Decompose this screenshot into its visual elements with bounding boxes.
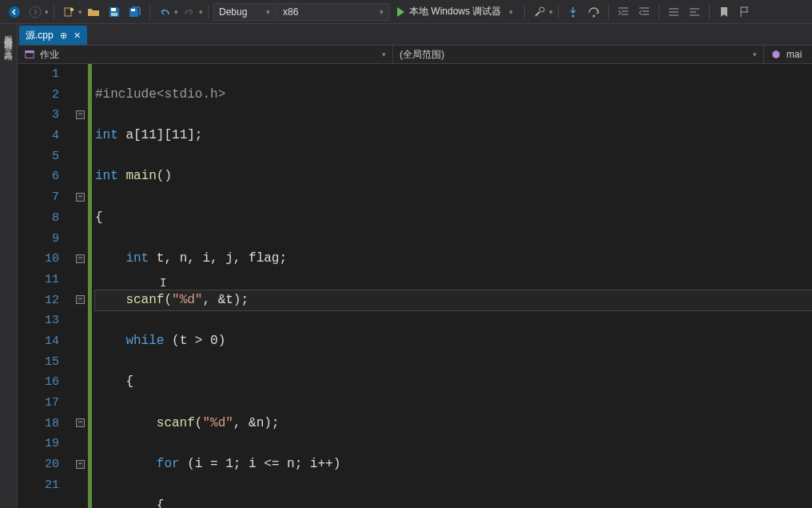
line-number: 10 xyxy=(18,249,59,270)
flag-button[interactable] xyxy=(735,3,754,21)
nav-forward-button[interactable] xyxy=(26,3,45,21)
bookmark-button[interactable] xyxy=(714,3,734,21)
line-number: 2 xyxy=(18,85,59,106)
wrench-gear-icon xyxy=(533,6,546,18)
fold-toggle[interactable]: − xyxy=(76,110,85,119)
step-over-button[interactable] xyxy=(584,3,603,21)
line-number: 12 xyxy=(18,290,59,311)
separator xyxy=(608,5,609,19)
play-icon xyxy=(397,7,404,17)
line-number: 18 xyxy=(18,414,59,434)
line-number-gutter: 1 2 3 4 5 6 7 8 9 10 11 12 13 14 15 16 1… xyxy=(18,64,74,508)
fold-toggle[interactable]: − xyxy=(76,193,85,202)
redo-button[interactable] xyxy=(180,3,199,21)
code-editor[interactable]: 1 2 3 4 5 6 7 8 9 10 11 12 13 14 15 16 1… xyxy=(18,64,812,508)
separator xyxy=(54,5,54,19)
fold-toggle[interactable]: − xyxy=(76,295,85,304)
main-toolbar: ▾ ▾ ▾ ▾ Debug ▾ x86 ▾ 本地 Windows 调试器 ▾ ▾ xyxy=(0,0,812,24)
tool-chevron[interactable]: ▾ xyxy=(549,8,553,16)
chevron-down-icon: ▾ xyxy=(509,8,513,16)
configuration-dropdown[interactable]: Debug ▾ xyxy=(213,3,276,21)
platform-dropdown[interactable]: x86 ▾ xyxy=(277,3,389,21)
new-item-button[interactable] xyxy=(59,3,78,21)
arrow-left-circle-icon xyxy=(8,6,21,18)
line-number: 11 xyxy=(18,270,59,290)
main-area: 服务器资源管理器 工具箱 源.cpp ⊕ ✕ 作业 ▾ (全局范围) ▾ mai xyxy=(0,24,812,508)
save-icon xyxy=(108,6,121,18)
line-number: 1 xyxy=(18,64,59,85)
svg-rect-2 xyxy=(65,8,71,16)
comment-lines-icon xyxy=(667,6,680,18)
redo-chevron[interactable]: ▾ xyxy=(199,8,203,16)
svg-point-1 xyxy=(30,6,41,18)
indent-button[interactable] xyxy=(614,3,633,21)
undo-button[interactable] xyxy=(155,3,174,21)
fold-toggle[interactable]: − xyxy=(76,460,85,469)
svg-point-0 xyxy=(9,6,20,18)
line-number: 5 xyxy=(18,146,59,167)
open-folder-icon xyxy=(87,6,100,18)
chevron-down-icon: ▾ xyxy=(266,8,270,16)
fold-toggle[interactable]: − xyxy=(76,254,85,263)
scope-project-dropdown[interactable]: 作业 ▾ xyxy=(18,46,393,63)
sidebar-server-explorer-tab[interactable]: 服务器资源管理器 xyxy=(2,29,14,35)
uncomment-button[interactable] xyxy=(685,3,704,21)
nav-history-chevron[interactable]: ▾ xyxy=(45,8,49,16)
editor-area: 源.cpp ⊕ ✕ 作业 ▾ (全局范围) ▾ mai 1 2 xyxy=(18,24,812,508)
chevron-down-icon: ▾ xyxy=(380,8,384,16)
save-all-button[interactable] xyxy=(125,3,145,21)
line-number: 8 xyxy=(18,208,59,229)
tab-row: 源.cpp ⊕ ✕ xyxy=(18,24,812,45)
line-number: 19 xyxy=(18,434,59,454)
chevron-down-icon: ▾ xyxy=(382,50,386,58)
line-number: 16 xyxy=(18,372,59,393)
open-file-button[interactable] xyxy=(84,3,103,21)
line-number: 17 xyxy=(18,393,59,414)
tool-settings-button[interactable] xyxy=(530,3,549,21)
method-cube-icon xyxy=(770,49,782,60)
close-icon[interactable]: ✕ xyxy=(74,30,81,41)
undo-chevron[interactable]: ▾ xyxy=(174,8,178,16)
scope-bar: 作业 ▾ (全局范围) ▾ mai xyxy=(18,45,812,64)
line-number: 14 xyxy=(18,331,59,352)
line-number: 6 xyxy=(18,166,59,187)
line-number: 9 xyxy=(18,229,59,250)
pin-icon[interactable]: ⊕ xyxy=(60,30,67,41)
save-all-icon xyxy=(129,6,141,18)
scope-right-dropdown[interactable]: mai xyxy=(764,46,812,63)
start-debugging-button[interactable]: 本地 Windows 调试器 ▾ xyxy=(391,3,519,21)
tab-source-cpp[interactable]: 源.cpp ⊕ ✕ xyxy=(19,26,87,45)
scope-method-dropdown[interactable]: (全局范围) ▾ xyxy=(393,46,764,63)
redo-icon xyxy=(183,6,196,18)
uncomment-lines-icon xyxy=(688,6,701,18)
svg-rect-3 xyxy=(111,8,116,11)
separator xyxy=(558,5,559,19)
debugger-label: 本地 Windows 调试器 xyxy=(409,5,501,18)
arrow-right-circle-icon xyxy=(29,6,42,18)
line-number: 4 xyxy=(18,126,59,146)
line-number: 13 xyxy=(18,310,59,331)
svg-point-6 xyxy=(539,7,544,12)
svg-rect-4 xyxy=(111,13,117,16)
save-button[interactable] xyxy=(105,3,124,21)
outdent-button[interactable] xyxy=(635,3,654,21)
project-icon xyxy=(24,49,35,60)
bookmark-icon xyxy=(718,6,730,18)
nav-back-button[interactable] xyxy=(5,3,24,21)
fold-toggle[interactable]: − xyxy=(76,418,85,427)
code-content[interactable]: #include<stdio.h> int a[11][11]; int mai… xyxy=(92,64,812,508)
svg-rect-10 xyxy=(26,51,34,54)
outdent-icon xyxy=(638,6,651,18)
fold-gutter: − − − − − − xyxy=(74,64,88,508)
line-number: 20 xyxy=(18,454,59,475)
comment-button[interactable] xyxy=(664,3,683,21)
configuration-label: Debug xyxy=(219,6,247,18)
chevron-down-icon: ▾ xyxy=(753,50,757,58)
line-number: 21 xyxy=(18,475,59,496)
step-into-icon xyxy=(567,6,579,18)
sidebar-toolbox-tab[interactable]: 工具箱 xyxy=(2,43,14,46)
new-item-chevron[interactable]: ▾ xyxy=(78,8,82,16)
step-into-button[interactable] xyxy=(563,3,583,21)
svg-rect-5 xyxy=(131,9,135,11)
separator xyxy=(524,5,525,19)
